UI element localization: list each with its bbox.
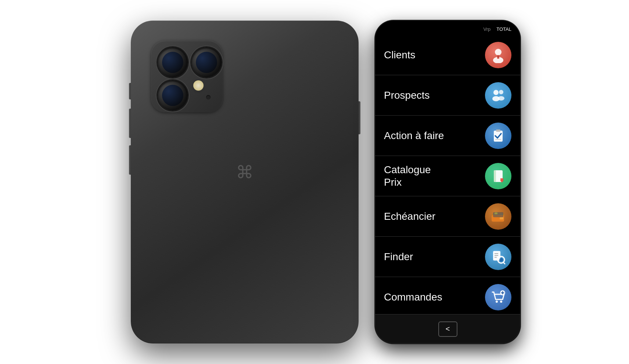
svg-point-28 — [496, 301, 498, 303]
catalogue-icon — [485, 163, 511, 189]
volume-up-button — [129, 109, 131, 138]
svg-rect-9 — [496, 130, 500, 132]
action-icon — [485, 123, 511, 149]
prospects-icon — [485, 82, 511, 109]
commandes-icon — [485, 284, 511, 310]
power-button — [359, 101, 360, 134]
svg-point-26 — [499, 258, 503, 262]
menu-item-echeancier-label: Echéancier — [384, 210, 435, 223]
scene: ⌘ Vrp TOTAL Clients — [112, 13, 517, 351]
menu-item-echeancier[interactable]: Echéancier — [375, 196, 520, 237]
menu-item-prospects[interactable]: Prospects — [375, 75, 520, 116]
svg-rect-14 — [500, 178, 503, 181]
menu-item-action[interactable]: Action à faire — [375, 116, 520, 156]
total-label: TOTAL — [496, 26, 511, 32]
svg-rect-17 — [500, 217, 503, 219]
svg-rect-20 — [495, 212, 497, 214]
menu-item-action-label: Action à faire — [384, 130, 444, 142]
menu-list: Clients Prospects — [375, 35, 520, 314]
apple-logo: ⌘ — [236, 164, 254, 182]
menu-item-finder-label: Finder — [384, 251, 413, 263]
camera-lens-2 — [191, 47, 222, 77]
camera-lens-3 — [158, 80, 188, 110]
svg-line-27 — [503, 262, 505, 264]
svg-point-6 — [499, 90, 503, 94]
finder-icon — [485, 244, 511, 270]
microphone-dot — [206, 95, 211, 99]
svg-point-7 — [498, 96, 504, 101]
svg-point-0 — [495, 49, 502, 55]
screen-content: Vrp TOTAL Clients — [375, 21, 520, 343]
iphone-body: ⌘ — [131, 21, 359, 343]
iphone-screen: Vrp TOTAL Clients — [375, 21, 520, 343]
camera-flash — [193, 80, 204, 91]
volume-down-button — [129, 145, 131, 175]
clients-icon — [485, 42, 511, 68]
svg-point-4 — [493, 90, 499, 95]
mute-button — [129, 83, 131, 99]
menu-item-catalogue-label: CataloguePrix — [384, 164, 431, 188]
menu-item-commandes-label: Commandes — [384, 291, 442, 303]
back-button[interactable]: < — [438, 321, 457, 337]
vrp-label: Vrp — [484, 26, 491, 32]
camera-lens-1 — [158, 47, 188, 77]
menu-item-prospects-label: Prospects — [384, 89, 430, 102]
menu-item-catalogue[interactable]: CataloguePrix — [375, 156, 520, 196]
menu-item-finder[interactable]: Finder — [375, 237, 520, 277]
menu-item-clients[interactable]: Clients — [375, 35, 520, 75]
svg-rect-12 — [494, 170, 496, 182]
menu-item-clients-label: Clients — [384, 49, 416, 61]
menu-item-commandes[interactable]: Commandes — [375, 277, 520, 314]
top-bar: Vrp TOTAL — [375, 21, 520, 35]
svg-point-29 — [500, 301, 502, 303]
camera-module — [151, 41, 223, 112]
bottom-nav: < — [375, 314, 520, 343]
echeancier-icon — [485, 203, 511, 230]
